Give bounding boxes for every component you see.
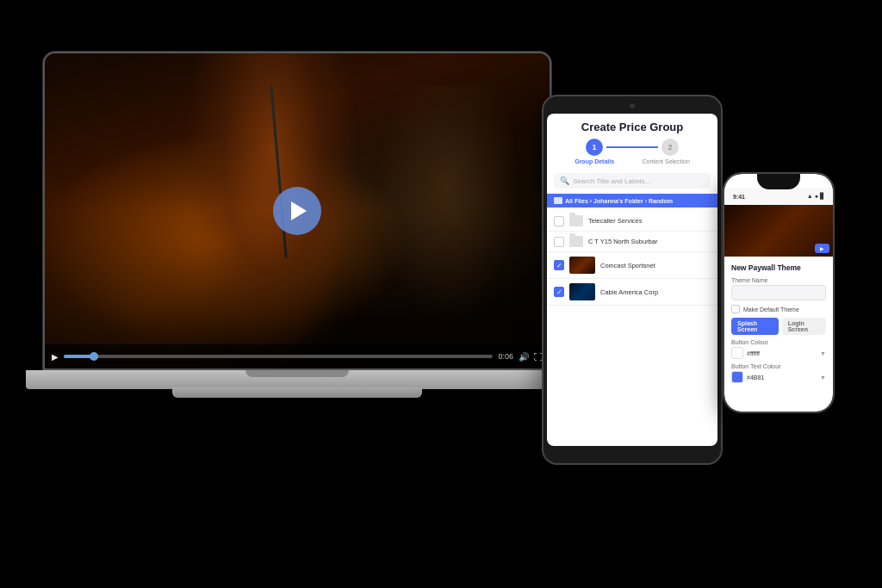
phone-notch bbox=[757, 174, 800, 189]
video-controls-bar: ▶ 0:06 🔊 ⛶ bbox=[45, 344, 550, 368]
button-color-label: Button Colour bbox=[731, 339, 826, 345]
phone-screen: 9:41 ▲ ● ▊ ▶ New Paywall Theme Theme Nam… bbox=[724, 174, 833, 412]
phone-section-title: New Paywall Theme bbox=[731, 263, 826, 272]
default-theme-checkbox[interactable] bbox=[731, 305, 740, 313]
video-thumbnail-3 bbox=[569, 257, 595, 274]
phone-time: 9:41 bbox=[733, 194, 745, 200]
step-2-label: Content Selection bbox=[643, 158, 690, 164]
video-progress-bar[interactable] bbox=[64, 355, 493, 358]
tablet-header: Create Price Group 1 2 Group Details Con… bbox=[547, 114, 717, 173]
laptop-notch bbox=[245, 370, 349, 377]
file-name-3: Comcast Sportsnet bbox=[600, 262, 711, 269]
phone-device: 9:41 ▲ ● ▊ ▶ New Paywall Theme Theme Nam… bbox=[723, 172, 835, 413]
tablet-camera bbox=[630, 103, 635, 108]
theme-name-input[interactable] bbox=[731, 285, 826, 300]
breadcrumb-folder-icon bbox=[554, 197, 562, 204]
file-name-1: Telecaller Services bbox=[588, 217, 711, 225]
button-color-value: #ffffff bbox=[747, 350, 760, 356]
search-icon: 🔍 bbox=[560, 176, 569, 185]
button-text-color-swatch[interactable] bbox=[731, 371, 743, 383]
laptop: ▶ 0:06 🔊 ⛶ bbox=[43, 52, 577, 422]
file-checkbox-4[interactable]: ✓ bbox=[554, 287, 564, 297]
file-name-2: C T Y15 North Suburbar bbox=[588, 238, 711, 245]
breadcrumb-path: All Files › Johanna's Folder › Random bbox=[565, 198, 673, 204]
volume-button[interactable]: 🔊 bbox=[519, 352, 529, 362]
folder-icon-2 bbox=[569, 236, 583, 247]
video-time: 0:06 bbox=[498, 352, 513, 361]
tablet-search-bar[interactable]: 🔍 Search Title and Labels... bbox=[554, 173, 711, 189]
concert-background: ▶ 0:06 🔊 ⛶ bbox=[45, 53, 550, 368]
button-text-color-value: #4B81 bbox=[747, 374, 764, 381]
tablet-device: Create Price Group 1 2 Group Details Con… bbox=[542, 95, 723, 465]
play-icon bbox=[291, 201, 307, 220]
laptop-screen-inner: ▶ 0:06 🔊 ⛶ bbox=[45, 53, 550, 368]
step-labels: Group Details Content Selection bbox=[556, 158, 709, 164]
default-theme-label: Make Default Theme bbox=[743, 306, 799, 313]
step-2-circle: 2 bbox=[662, 139, 679, 156]
button-text-color-field: #4B81 ▼ bbox=[731, 371, 826, 383]
color-dropdown-icon[interactable]: ▼ bbox=[820, 350, 826, 356]
signal-icon: ▲ bbox=[807, 193, 813, 200]
search-placeholder: Search Title and Labels... bbox=[573, 177, 705, 185]
login-screen-tab[interactable]: Login Screen bbox=[782, 318, 826, 335]
play-pause-button[interactable]: ▶ bbox=[52, 352, 59, 362]
main-scene: ▶ 0:06 🔊 ⛶ Create bbox=[0, 0, 882, 588]
step-1-label: Group Details bbox=[575, 158, 614, 164]
phone-thumb-play-button[interactable]: ▶ bbox=[815, 244, 829, 253]
text-color-dropdown-icon[interactable]: ▼ bbox=[820, 374, 826, 381]
tablet-dialog-title: Create Price Group bbox=[556, 121, 709, 133]
phone-content-area: New Paywall Theme Theme Name Make Defaul… bbox=[724, 257, 833, 394]
file-checkbox-3[interactable]: ✓ bbox=[554, 260, 564, 270]
list-item[interactable]: ✓ Comcast Sportsnet bbox=[547, 252, 717, 279]
battery-icon: ▊ bbox=[820, 193, 824, 200]
laptop-stand bbox=[172, 387, 422, 398]
splash-screen-tab[interactable]: Splash Screen bbox=[731, 318, 779, 335]
video-thumbnail-4 bbox=[569, 283, 595, 300]
list-item[interactable]: C T Y15 North Suburbar bbox=[547, 232, 717, 252]
phone-status-icons: ▲ ● ▊ bbox=[807, 193, 824, 200]
button-color-swatch[interactable] bbox=[731, 347, 743, 359]
button-color-field: #ffffff ▼ bbox=[731, 347, 826, 359]
file-list: Telecaller Services C T Y15 North Suburb… bbox=[547, 211, 717, 306]
default-theme-row: Make Default Theme bbox=[731, 305, 826, 313]
progress-dot bbox=[90, 352, 98, 361]
tablet-screen: Create Price Group 1 2 Group Details Con… bbox=[547, 114, 717, 446]
folder-icon-1 bbox=[569, 215, 583, 226]
play-button[interactable] bbox=[273, 187, 321, 235]
laptop-screen-outer: ▶ 0:06 🔊 ⛶ bbox=[43, 52, 551, 370]
breadcrumb-bar: All Files › Johanna's Folder › Random bbox=[547, 194, 717, 207]
file-name-4: Cable America Corp bbox=[600, 288, 711, 296]
phone-tab-row: Splash Screen Login Screen bbox=[731, 318, 826, 335]
step-1-circle: 1 bbox=[586, 139, 603, 156]
list-item[interactable]: Telecaller Services bbox=[547, 211, 717, 232]
wifi-icon: ● bbox=[815, 193, 818, 200]
theme-name-label: Theme Name bbox=[731, 277, 826, 283]
laptop-base bbox=[26, 370, 568, 389]
file-checkbox-2[interactable] bbox=[554, 237, 564, 247]
button-text-color-label: Button Text Colour bbox=[731, 363, 826, 369]
phone-video-thumbnail: ▶ bbox=[724, 205, 833, 257]
step-connector bbox=[606, 146, 658, 148]
file-checkbox-1[interactable] bbox=[554, 216, 564, 226]
phone-status-bar: 9:41 ▲ ● ▊ bbox=[724, 188, 833, 205]
list-item[interactable]: ✓ Cable America Corp bbox=[547, 279, 717, 306]
tablet-stepper: 1 2 bbox=[556, 139, 709, 156]
